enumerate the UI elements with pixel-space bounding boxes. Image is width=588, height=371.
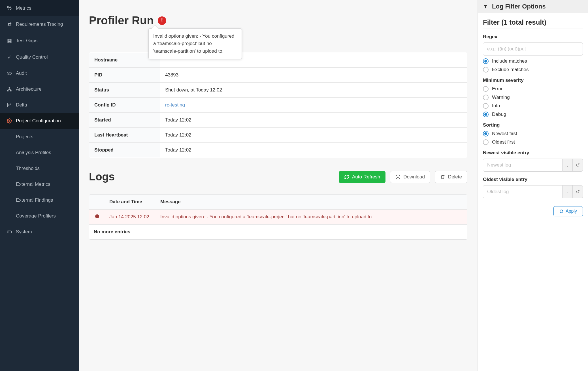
radio-label: Info — [492, 103, 500, 109]
filter-header-label: Log Filter Options — [492, 3, 546, 10]
trash-icon — [440, 174, 445, 180]
delete-button[interactable]: Delete — [435, 171, 467, 183]
drive-icon — [5, 229, 14, 234]
log-no-more-label: No more entries — [89, 225, 467, 240]
error-tooltip: Invalid options given: - You configured … — [148, 28, 242, 59]
radio-sort-oldest[interactable]: Oldest first — [483, 139, 583, 145]
radio-label: Debug — [492, 112, 506, 117]
svg-point-4 — [9, 120, 10, 122]
sidebar-item-system[interactable]: System — [0, 224, 79, 240]
info-key: Last Heartbeat — [89, 128, 160, 143]
sidebar-item-label: Metrics — [16, 5, 31, 11]
radio-exclude-matches[interactable]: Exclude matches — [483, 67, 583, 73]
newest-entry-group: … ↺ — [483, 159, 583, 172]
logs-col-date: Date and Time — [105, 195, 156, 210]
sidebar-sub-thresholds[interactable]: Thresholds — [0, 161, 79, 176]
refresh-icon — [344, 174, 349, 180]
info-key: Stopped — [89, 143, 160, 158]
sidebar-sub-projects[interactable]: Projects — [0, 129, 79, 145]
severity-label: Minimum severity — [483, 78, 583, 83]
radio-severity-error[interactable]: Error — [483, 86, 583, 92]
logs-heading: Logs — [89, 171, 115, 183]
ellipsis-icon: … — [565, 189, 570, 195]
sidebar-item-audit[interactable]: Audit — [0, 65, 79, 81]
sidebar-item-requirements-tracing[interactable]: ⇄ Requirements Tracing — [0, 16, 79, 33]
sidebar-item-test-gaps[interactable]: ▦ Test Gaps — [0, 33, 79, 49]
radio-severity-warning[interactable]: Warning — [483, 95, 583, 100]
oldest-entry-label: Oldest visible entry — [483, 177, 583, 182]
radio-icon — [483, 112, 489, 117]
oldest-entry-ellipsis-button[interactable]: … — [563, 185, 573, 198]
page-title-row: Profiler Run ! Invalid options given: - … — [89, 14, 467, 27]
newest-entry-input[interactable] — [483, 159, 563, 172]
auto-refresh-button[interactable]: Auto Refresh — [339, 171, 385, 183]
undo-icon: ↺ — [576, 162, 580, 168]
sidebar-item-metrics[interactable]: % Metrics — [0, 0, 79, 16]
sidebar-sub-analysis-profiles[interactable]: Analysis Profiles — [0, 145, 79, 161]
newest-entry-reset-button[interactable]: ↺ — [573, 159, 583, 172]
radio-label: Include matches — [492, 58, 527, 64]
oldest-entry-input[interactable] — [483, 185, 563, 198]
download-icon — [395, 174, 400, 180]
info-row: Hostname — [89, 53, 467, 68]
sidebar-item-label: Quality Control — [16, 54, 48, 60]
sidebar-sub-external-findings[interactable]: External Findings — [0, 192, 79, 208]
info-key: Started — [89, 113, 160, 128]
radio-icon — [483, 103, 489, 109]
info-row: Stopped Today 12:02 — [89, 143, 467, 158]
sidebar-item-architecture[interactable]: Architecture — [0, 81, 79, 97]
chart-line-icon — [5, 103, 14, 108]
radio-sort-newest[interactable]: Newest first — [483, 131, 583, 137]
radio-label: Warning — [492, 95, 510, 100]
info-key: Status — [89, 83, 160, 98]
svg-point-0 — [9, 73, 10, 74]
logs-header: Logs Auto Refresh Download Delete — [89, 171, 467, 183]
delete-label: Delete — [448, 174, 462, 180]
apply-button[interactable]: Apply — [553, 206, 583, 216]
error-badge-icon[interactable]: ! — [158, 16, 166, 25]
regex-label: Regex — [483, 34, 583, 40]
svg-rect-1 — [9, 87, 10, 88]
info-value: Shut down, at Today 12:02 — [160, 83, 467, 98]
sorting-label: Sorting — [483, 122, 583, 128]
filter-body: Filter (1 total result) Regex Include ma… — [478, 13, 588, 225]
config-id-link[interactable]: rc-testing — [165, 102, 185, 108]
sidebar-item-quality-control[interactable]: ✓ Quality Control — [0, 49, 79, 65]
regex-input[interactable] — [483, 42, 583, 56]
sidebar-item-project-configuration[interactable]: Project Configuration — [0, 113, 79, 129]
sidebar-item-delta[interactable]: Delta — [0, 97, 79, 113]
radio-include-matches[interactable]: Include matches — [483, 58, 583, 64]
info-row: Status Shut down, at Today 12:02 — [89, 83, 467, 98]
radio-label: Newest first — [492, 131, 517, 137]
info-value: rc-testing — [160, 98, 467, 113]
sidebar-item-label: Test Gaps — [16, 38, 38, 44]
svg-rect-2 — [7, 90, 9, 91]
info-key: PID — [89, 68, 160, 83]
radio-severity-debug[interactable]: Debug — [483, 112, 583, 117]
info-row: Config ID rc-testing — [89, 98, 467, 113]
newest-entry-ellipsis-button[interactable]: … — [563, 159, 573, 172]
sidebar-sub-coverage-profilers[interactable]: Coverage Profilers — [0, 208, 79, 224]
oldest-entry-reset-button[interactable]: ↺ — [573, 185, 583, 198]
page-title: Profiler Run — [89, 14, 154, 27]
ellipsis-icon: … — [565, 162, 570, 168]
info-row: PID 43893 — [89, 68, 467, 83]
info-value: Today 12:02 — [160, 128, 467, 143]
log-message-cell: Invalid options given: - You configured … — [156, 210, 467, 225]
sidebar-sub-external-metrics[interactable]: External Metrics — [0, 176, 79, 192]
grid-icon: ▦ — [5, 38, 14, 44]
auto-refresh-label: Auto Refresh — [352, 174, 380, 180]
newest-entry-label: Newest visible entry — [483, 150, 583, 156]
eye-icon — [5, 71, 14, 76]
radio-severity-info[interactable]: Info — [483, 103, 583, 109]
radio-icon — [483, 67, 489, 73]
filter-title: Filter (1 total result) — [483, 18, 583, 26]
svg-rect-3 — [10, 90, 12, 91]
radio-icon — [483, 58, 489, 64]
sitemap-icon — [5, 87, 14, 92]
apply-label: Apply — [566, 209, 577, 214]
profiler-info-table: Hostname PID 43893 Status Shut down, at … — [89, 52, 467, 158]
info-value: Today 12:02 — [160, 143, 467, 158]
log-row[interactable]: Jan 14 2025 12:02 Invalid options given:… — [89, 210, 467, 225]
download-button[interactable]: Download — [390, 171, 430, 183]
